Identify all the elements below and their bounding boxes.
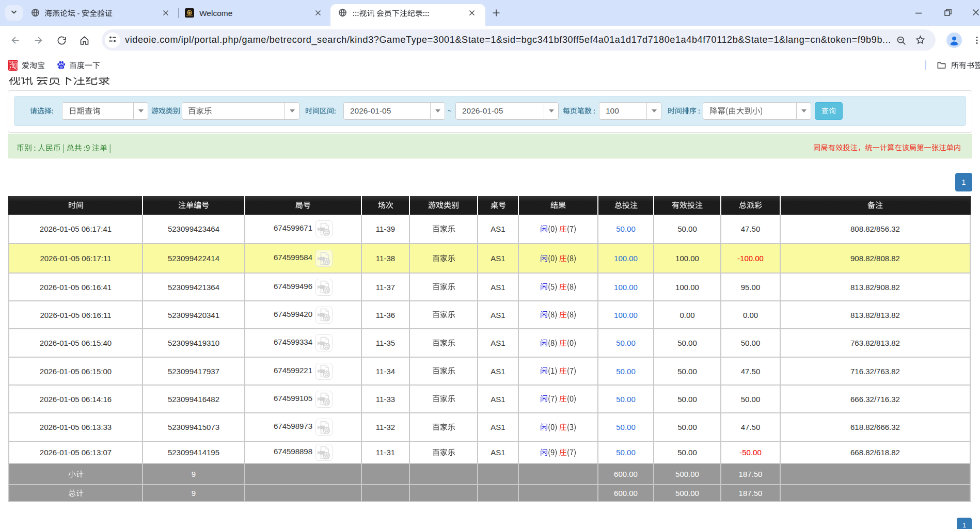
svg-text:du: du	[60, 65, 63, 68]
